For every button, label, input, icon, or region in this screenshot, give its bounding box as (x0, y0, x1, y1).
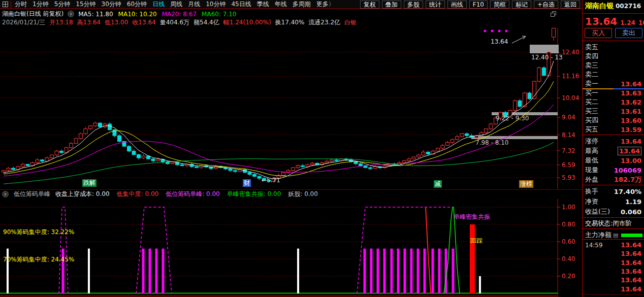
top-toolbar: 分时1分钟5分钟15分钟30分钟60分钟日线周线月线10分钟45日线季线年线多周… (0, 0, 582, 9)
book-price: 13.64 (621, 80, 641, 88)
chart-badge-3: 涨榜 (519, 180, 533, 188)
main-flow-row[interactable]: 主力净额 ▤ (585, 230, 642, 240)
magenta-bar (397, 249, 400, 293)
tool-button-1[interactable]: 叠加 (382, 1, 401, 9)
period-tab-8[interactable]: 月线 (188, 0, 200, 9)
period-tab-14[interactable]: 更多〉 (316, 0, 335, 9)
magenta-bar (155, 249, 158, 293)
white-bar (479, 276, 481, 293)
order-book-row[interactable]: 卖三 (583, 61, 644, 70)
tick-price: 13.64 (621, 285, 641, 293)
axis-label: 5.93 (562, 174, 575, 181)
trade-buttons: 买入 卖出 (585, 28, 642, 38)
ma-value-3: MA60: 7.10 (202, 11, 236, 18)
period-tab-0[interactable]: 分时 (15, 0, 27, 9)
tick-time: 14:59 (585, 242, 603, 249)
tool-button-4[interactable]: 画线 (447, 1, 467, 9)
order-book-row[interactable]: 卖四 (583, 52, 644, 61)
period-tab-6[interactable]: 日线 (152, 0, 165, 9)
magenta-bar (377, 249, 379, 293)
indicator-field-2: 低位筹码单峰: 0.00 (166, 190, 220, 199)
tool-button-6[interactable]: 简框 (490, 1, 509, 9)
order-book-row[interactable]: 卖一13.64 (583, 79, 644, 88)
axis-label: 0.40 (562, 255, 575, 262)
order-book-row[interactable]: 买二13.62 (583, 97, 644, 107)
tool-button-7[interactable]: 标记 (512, 1, 531, 9)
tick-price: 13.64 (621, 250, 641, 257)
period-tab-7[interactable]: 周线 (170, 0, 182, 9)
tick-price: 13.64 (621, 241, 641, 249)
tool-button-2[interactable]: 多股 (404, 1, 423, 9)
fin-value: 1.19 (625, 198, 641, 206)
white-bar (297, 249, 299, 293)
info-item-8: 换17.40% (275, 18, 305, 27)
bid-ask-divider (583, 88, 644, 89)
stock-code: 002716 (616, 3, 641, 10)
info-item-7: 幅1.24(10.00%) (223, 18, 271, 27)
stock-title: 湖南白银 002716 (585, 2, 641, 11)
stat-value: 13.00 (621, 157, 641, 164)
grid-icon[interactable] (3, 2, 8, 7)
order-book-row[interactable]: 买四13.60 (583, 116, 644, 125)
period-tab-3[interactable]: 15分钟 (76, 0, 95, 9)
tool-button-3[interactable]: 统计 (426, 1, 445, 9)
indicator-label-1: 70%筹码集中度: 24.45% (3, 256, 74, 263)
last-price: 13.64 (585, 15, 617, 27)
indicator-chart[interactable]: 1.000.800.600.400.20 90%筹码集中度: 32.22%70%… (0, 199, 582, 297)
buy-button[interactable]: 买入 (585, 28, 612, 38)
axis-label: 7.32 (562, 147, 575, 154)
order-book-row[interactable]: 卖二 (583, 70, 644, 79)
indicator-header: ∨ 低位筹码单峰 收盘上穿成本: 0.00低集中度: 0.00低位筹码单峰: 0… (0, 189, 582, 199)
axis-label: 0.80 (562, 221, 575, 228)
tool-button-0[interactable]: 复权 (360, 1, 379, 9)
order-book-row[interactable]: 买一13.63 (583, 88, 644, 97)
chevron-down-icon[interactable]: ∨ (2, 191, 9, 197)
main-candlestick-chart[interactable]: 12.4011.1610.049.048.147.326.595.93 13.6… (0, 28, 582, 189)
window-restore-icon[interactable] (551, 11, 557, 17)
axis-label: 12.40 (562, 49, 579, 56)
info-item-6: 额54.4亿 (194, 18, 219, 27)
stat-label: 涨停 (585, 137, 598, 146)
period-tab-1[interactable]: 1分钟 (33, 0, 49, 9)
order-book-row[interactable]: 买三13.61 (583, 107, 644, 116)
order-book-row[interactable]: 买五13.59 (583, 125, 644, 134)
signal-dot (505, 30, 508, 32)
stat-label: 最低 (585, 156, 598, 165)
tool-button-8[interactable]: +自选 (534, 1, 558, 9)
book-level-label: 买三 (585, 107, 598, 116)
financial-row: 收益(三)0.060 (583, 207, 644, 216)
book-level-label: 买二 (585, 97, 598, 107)
flow-green-bar (621, 234, 642, 237)
trading-app: 分时1分钟5分钟15分钟30分钟60分钟日线周线月线10分钟45日线季线年线多周… (0, 0, 644, 297)
period-tab-10[interactable]: 45日线 (231, 0, 251, 9)
magenta-bar (383, 249, 386, 293)
period-tab-2[interactable]: 5分钟 (54, 0, 71, 9)
chart-badge-2: 减 (434, 180, 442, 188)
chart-badge-1: 财 (243, 179, 251, 187)
axis-label: 8.14 (562, 131, 575, 139)
chevron-down-icon[interactable]: ∨ (68, 11, 74, 17)
magenta-bar (142, 249, 145, 293)
magenta-bar (438, 249, 441, 293)
info-item-10: 白银 (344, 18, 357, 27)
axis-label: 0.60 (562, 238, 575, 245)
stat-value: 13.64 (621, 138, 641, 145)
fin-label: 净资 (585, 197, 598, 206)
period-tab-5[interactable]: 60分钟 (127, 0, 147, 9)
tick-price: 13.64 (621, 276, 641, 284)
indicator-svg: 1.000.800.600.400.20 (0, 199, 582, 297)
indicator-label-3: 回踩 (470, 237, 482, 244)
sell-button[interactable]: 卖出 (615, 28, 642, 38)
period-tab-13[interactable]: 多周期 (293, 0, 311, 9)
book-level-label: 卖五 (585, 43, 598, 52)
tool-button-5[interactable]: F10 (469, 1, 488, 9)
book-price: 13.60 (621, 117, 641, 124)
panel-divider (583, 217, 644, 218)
period-tab-11[interactable]: 季线 (257, 0, 269, 9)
ma20-line (4, 105, 554, 176)
period-tab-4[interactable]: 30分钟 (102, 0, 121, 9)
period-tab-12[interactable]: 年线 (275, 0, 287, 9)
order-book-row[interactable]: 卖五 (583, 43, 644, 52)
period-tab-9[interactable]: 10分钟 (206, 0, 226, 9)
tool-button-9[interactable]: 返回 (561, 1, 580, 9)
